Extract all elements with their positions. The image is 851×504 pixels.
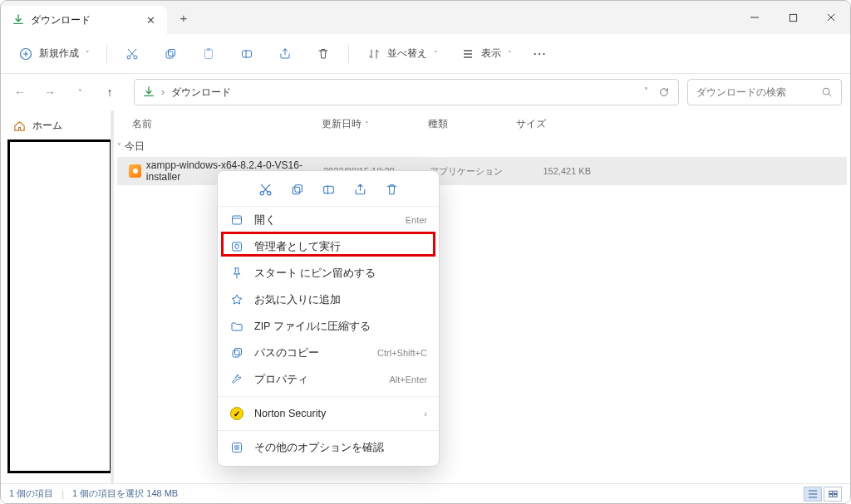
more-button[interactable]: ··· — [525, 43, 555, 65]
search-input[interactable] — [696, 86, 813, 98]
rename-button[interactable] — [230, 41, 263, 67]
more-options-icon — [229, 440, 244, 455]
svg-rect-13 — [294, 184, 302, 192]
delete-button[interactable] — [307, 41, 340, 67]
search-box[interactable] — [687, 79, 842, 105]
file-type: アプリケーション — [430, 165, 518, 178]
address-bar[interactable]: › ダウンロード ˅ — [134, 79, 679, 105]
pin-icon — [229, 266, 244, 281]
download-arrow-icon — [12, 14, 24, 26]
view-label: 表示 — [481, 46, 501, 61]
refresh-icon[interactable] — [658, 86, 670, 98]
view-button[interactable]: 表示 ˅ — [451, 41, 520, 67]
search-icon[interactable] — [821, 86, 833, 98]
ctx-run-as-admin[interactable]: 管理者として実行 — [218, 233, 439, 260]
breadcrumb-downloads[interactable]: ダウンロード — [171, 86, 231, 100]
status-selection: 1 個の項目を選択 148 MB — [72, 487, 178, 500]
svg-rect-12 — [293, 187, 300, 194]
column-headers: 名前 更新日時 ˅ 種類 サイズ — [114, 114, 850, 136]
copy-icon[interactable] — [288, 181, 305, 198]
star-icon — [229, 292, 244, 307]
ctx-open[interactable]: 開く Enter — [218, 207, 439, 233]
details-view-button[interactable] — [804, 487, 822, 502]
maximize-button[interactable] — [774, 1, 812, 34]
minimize-button[interactable] — [735, 1, 774, 34]
svg-rect-22 — [829, 494, 832, 497]
sidebar-item-home[interactable]: ホーム — [7, 114, 107, 138]
ctx-copy-path[interactable]: パスのコピー Ctrl+Shift+C — [218, 340, 439, 366]
chevron-down-icon: ˅ — [117, 142, 121, 151]
copy-button[interactable] — [154, 41, 187, 67]
ctx-add-favorite[interactable]: お気に入りに追加 — [218, 286, 439, 313]
svg-point-10 — [260, 191, 263, 194]
download-arrow-icon — [143, 86, 155, 98]
tab-title: ダウンロード — [31, 13, 91, 27]
sidebar: ホーム — [1, 110, 114, 485]
ctx-norton-security[interactable]: ✓ Norton Security › — [218, 400, 439, 427]
col-type[interactable]: 種類 — [428, 117, 516, 131]
shield-icon — [229, 239, 244, 254]
new-tab-button[interactable]: + — [167, 1, 200, 34]
status-bar: 1 個の項目 | 1 個の項目を選択 148 MB — [1, 483, 850, 503]
toolbar: 新規作成 ˅ 並べ替え ˅ 表示 ˅ ··· — [1, 34, 850, 74]
context-quick-actions — [218, 176, 439, 207]
copy-path-icon — [229, 345, 244, 360]
ctx-more-options[interactable]: その他のオプションを確認 — [218, 434, 439, 461]
ctx-compress-zip[interactable]: ZIP ファイルに圧縮する — [218, 313, 439, 340]
sort-button[interactable]: 並べ替え ˅ — [357, 41, 446, 67]
chevron-down-icon: ˅ — [434, 50, 438, 58]
svg-rect-15 — [233, 216, 242, 224]
sort-icon — [366, 46, 382, 62]
chevron-down-icon: ˅ — [508, 50, 512, 58]
plus-circle-icon — [17, 46, 34, 62]
svg-rect-17 — [233, 350, 239, 357]
status-item-count: 1 個の項目 — [9, 487, 53, 500]
ctx-properties[interactable]: プロパティ Alt+Enter — [218, 366, 439, 393]
ctx-pin-start[interactable]: スタート にピン留めする — [218, 260, 439, 286]
address-chevron-icon[interactable]: ˅ — [644, 86, 648, 98]
col-date[interactable]: 更新日時 ˅ — [322, 117, 428, 131]
svg-point-9 — [823, 88, 829, 95]
wrench-icon — [229, 372, 244, 387]
breadcrumb-sep-icon: › — [161, 86, 165, 98]
recent-chevron-icon[interactable]: ˅ — [69, 81, 91, 103]
svg-rect-21 — [834, 491, 837, 493]
forward-button[interactable]: → — [39, 81, 61, 103]
tab-close-icon[interactable]: ✕ — [146, 14, 155, 27]
rename-icon[interactable] — [320, 181, 337, 198]
trash-icon — [315, 46, 332, 62]
window-controls — [735, 1, 850, 34]
svg-rect-0 — [790, 14, 796, 21]
share-icon[interactable] — [352, 181, 368, 198]
share-button[interactable] — [268, 41, 302, 67]
home-icon — [12, 120, 26, 133]
sidebar-home-label: ホーム — [32, 119, 62, 133]
open-app-icon — [229, 213, 244, 228]
cut-button[interactable] — [116, 41, 149, 67]
up-button[interactable]: ↑ — [99, 81, 121, 103]
back-button[interactable]: ← — [9, 81, 31, 103]
svg-rect-18 — [235, 349, 242, 355]
installer-icon — [129, 164, 141, 178]
svg-rect-14 — [323, 186, 333, 193]
scissors-icon[interactable] — [257, 181, 273, 198]
scissors-icon — [124, 46, 140, 62]
chevron-down-icon: ˅ — [86, 50, 90, 58]
new-button[interactable]: 新規作成 ˅ — [9, 41, 98, 67]
paste-button[interactable] — [192, 41, 225, 67]
sort-label: 並べ替え — [387, 46, 427, 61]
svg-rect-4 — [166, 51, 173, 58]
col-size[interactable]: サイズ — [516, 117, 599, 131]
col-name[interactable]: 名前 — [132, 117, 322, 131]
file-size: 152,421 KB — [518, 166, 601, 176]
close-button[interactable] — [812, 1, 850, 34]
title-bar: ダウンロード ✕ + — [1, 1, 850, 34]
sort-desc-icon: ˅ — [365, 120, 369, 129]
context-menu: 開く Enter 管理者として実行 スタート にピン留めする お気に入りに追加 … — [217, 170, 440, 467]
tab-downloads[interactable]: ダウンロード ✕ — [1, 6, 167, 34]
new-label: 新規作成 — [39, 46, 79, 61]
group-header-today[interactable]: ˅ 今日 — [117, 138, 847, 157]
thumbnails-view-button[interactable] — [824, 487, 842, 502]
trash-icon[interactable] — [383, 181, 400, 198]
chevron-right-icon: › — [424, 409, 427, 418]
